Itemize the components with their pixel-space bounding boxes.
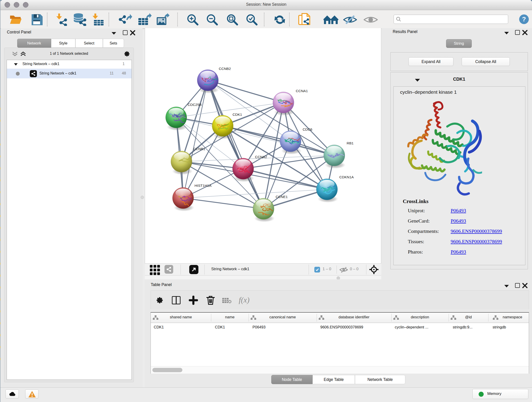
svg-text:CCNE1: CCNE1 [276,195,288,199]
svg-text:?: ? [522,16,526,23]
svg-text:CDKN1A: CDKN1A [339,175,354,179]
svg-text:RB1: RB1 [347,141,354,145]
svg-text:CCNB1: CCNB1 [193,147,205,151]
svg-text:CCNA1: CCNA1 [296,89,308,93]
svg-text:CCNA2: CCNA2 [255,155,267,159]
svg-text:CDK1: CDK1 [233,113,242,116]
svg-text:CDC6: CDC6 [303,128,312,131]
svg-text:CDC25B: CDC25B [188,103,202,107]
svg-text:CCNB2: CCNB2 [219,67,231,70]
svg-text:HIST1H1A: HIST1H1A [195,184,212,187]
